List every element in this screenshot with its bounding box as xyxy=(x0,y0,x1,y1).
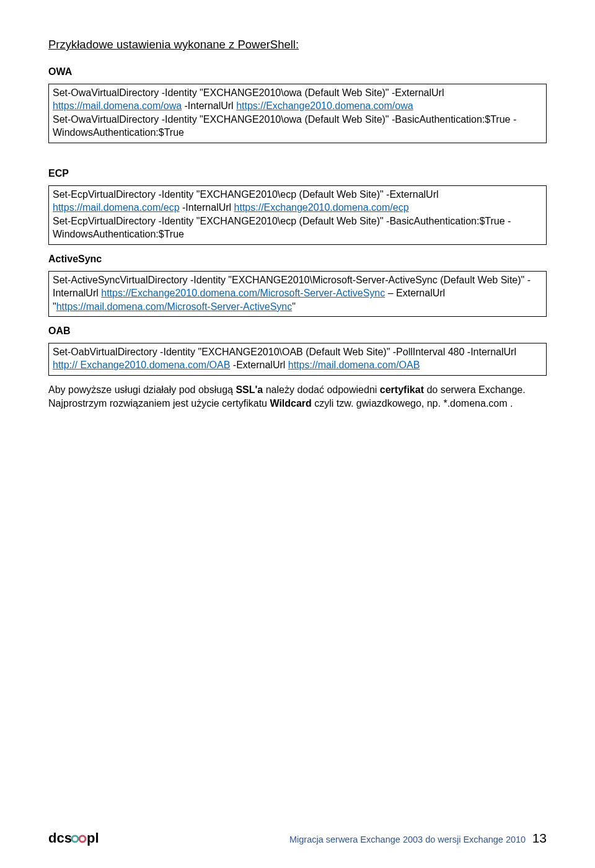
oab-cmd1-b: -ExternalUrl xyxy=(230,360,288,370)
footer-text: Migracja serwera Exchange 2003 do wersji… xyxy=(289,835,526,844)
ecp-cmd2: Set-EcpVirtualDirectory -Identity "EXCHA… xyxy=(53,215,542,241)
oab-codebox: Set-OabVirtualDirectory -Identity "EXCHA… xyxy=(48,343,547,376)
activesync-link2[interactable]: https://mail.domena.com/Microsoft-Server… xyxy=(56,301,293,312)
page-heading: Przykładowe ustawienia wykonane z PowerS… xyxy=(48,37,547,53)
activesync-cmd1: Set-ActiveSyncVirtualDirectory -Identity… xyxy=(53,273,542,314)
ecp-link2[interactable]: https://Exchange2010.domena.com/ecp xyxy=(234,202,409,213)
oab-cmd1-a: Set-OabVirtualDirectory -Identity "EXCHA… xyxy=(53,347,516,357)
svg-text:pl: pl xyxy=(87,830,99,846)
oab-title: OAB xyxy=(48,324,547,338)
closing-paragraph: Aby powyższe usługi działały pod obsługą… xyxy=(48,383,547,410)
logo-icon: dcs pl xyxy=(48,830,104,847)
owa-codebox: Set-OwaVirtualDirectory -Identity "EXCHA… xyxy=(48,84,547,143)
closing-cert: certyfikat xyxy=(380,384,424,395)
ecp-title: ECP xyxy=(48,167,547,180)
activesync-title: ActiveSync xyxy=(48,252,547,266)
ecp-cmd1-a: Set-EcpVirtualDirectory -Identity "EXCHA… xyxy=(53,189,439,200)
owa-cmd1-a: Set-OwaVirtualDirectory -Identity "EXCHA… xyxy=(53,87,444,98)
page-number: 13 xyxy=(532,831,547,845)
owa-link1[interactable]: https://mail.domena.com/owa xyxy=(53,100,182,111)
svg-point-2 xyxy=(79,836,86,842)
closing-wildcard: Wildcard xyxy=(270,398,311,409)
closing-c: należy dodać odpowiedni xyxy=(263,384,380,395)
footer-right: Migracja serwera Exchange 2003 do wersji… xyxy=(289,830,547,847)
svg-text:dcs: dcs xyxy=(48,830,72,846)
oab-link1[interactable]: http:// Exchange2010.domena.com/OAB xyxy=(53,360,230,370)
closing-g: czyli tzw. gwiazdkowego, np. *.domena.co… xyxy=(312,398,513,409)
footer: dcs pl Migracja serwera Exchange 2003 do… xyxy=(48,830,547,847)
owa-cmd2: Set-OwaVirtualDirectory -Identity "EXCHA… xyxy=(53,113,542,140)
ecp-cmd1-b: -InternalUrl xyxy=(180,202,234,213)
logo: dcs pl xyxy=(48,830,104,847)
oab-link2[interactable]: https://mail.domena.com/OAB xyxy=(288,360,420,370)
owa-cmd1: Set-OwaVirtualDirectory -Identity "EXCHA… xyxy=(53,86,542,113)
closing-ssl: SSL'a xyxy=(236,384,263,395)
owa-title: OWA xyxy=(48,65,547,79)
oab-cmd1: Set-OabVirtualDirectory -Identity "EXCHA… xyxy=(53,345,542,372)
owa-link2[interactable]: https://Exchange2010.domena.com/owa xyxy=(236,100,413,111)
activesync-codebox: Set-ActiveSyncVirtualDirectory -Identity… xyxy=(48,271,547,317)
activesync-link1[interactable]: https://Exchange2010.domena.com/Microsof… xyxy=(101,288,385,298)
closing-a: Aby powyższe usługi działały pod obsługą xyxy=(48,384,236,395)
ecp-codebox: Set-EcpVirtualDirectory -Identity "EXCHA… xyxy=(48,185,547,245)
ecp-cmd1: Set-EcpVirtualDirectory -Identity "EXCHA… xyxy=(53,188,542,215)
activesync-cmd1-c: " xyxy=(292,301,296,312)
owa-cmd1-b: -InternalUrl xyxy=(182,100,236,111)
svg-point-1 xyxy=(72,836,78,842)
ecp-link1[interactable]: https://mail.domena.com/ecp xyxy=(53,202,180,213)
